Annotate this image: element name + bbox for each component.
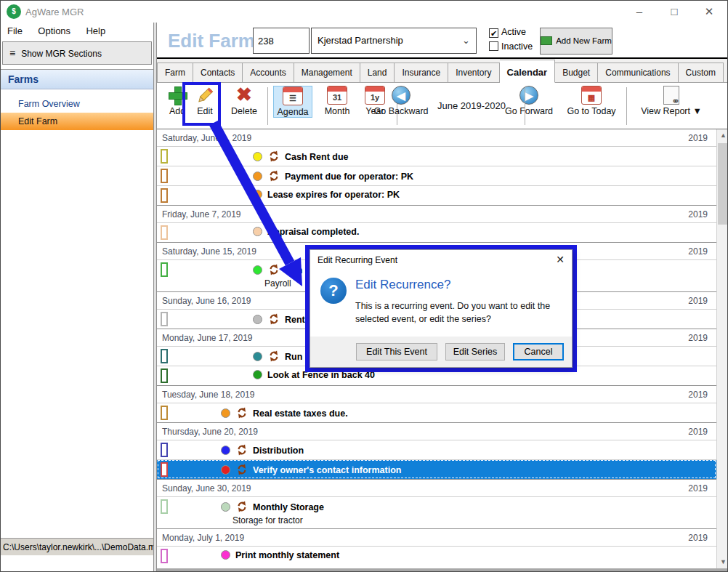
go-backward-label: Go Backward xyxy=(371,106,432,116)
category-bar xyxy=(161,499,168,514)
vertical-scrollbar[interactable]: ▲ ▼ xyxy=(716,129,728,568)
farm-name-value: Kjerstad Partnership xyxy=(318,35,403,46)
event-note: Storage for tractor xyxy=(232,515,303,525)
agenda-event[interactable]: Distribution xyxy=(157,440,716,459)
show-mgr-sections-button[interactable]: ≡Show MGR Sections xyxy=(2,41,152,65)
maximize-button[interactable]: □ xyxy=(662,2,687,21)
agenda-event[interactable]: Cash Rent due xyxy=(157,146,716,166)
category-bar xyxy=(161,149,168,164)
agenda-event[interactable]: Real estate taxes due. xyxy=(157,403,716,422)
agenda-day: Tuesday, June 18, 20192019Real estate ta… xyxy=(157,385,716,422)
edit-this-event-button[interactable]: Edit This Event xyxy=(356,343,437,360)
category-bar xyxy=(161,549,168,563)
event-color-dot xyxy=(221,408,230,418)
category-bar xyxy=(161,462,168,477)
go-forward-button[interactable]: ▶ Go Forward xyxy=(501,86,557,116)
sidebar-item-edit-farm[interactable]: Edit Farm xyxy=(1,113,153,130)
agenda-event[interactable]: Monthly StorageStorage for tractor xyxy=(157,496,716,528)
page-title: Edit Farm xyxy=(168,30,255,52)
inactive-label: Inactive xyxy=(501,41,533,52)
menubar: File Options Help xyxy=(1,23,153,40)
agenda-view-button[interactable]: ☰ Agenda xyxy=(273,86,312,118)
menu-help[interactable]: Help xyxy=(79,23,112,36)
agenda-day: Sunday, June 30, 20192019Monthly Storage… xyxy=(157,479,716,528)
scrollbar-thumb[interactable] xyxy=(718,143,728,225)
dialog-heading: Edit Recurrence? xyxy=(355,278,450,292)
tab-inventory[interactable]: Inventory xyxy=(448,63,499,83)
category-bar xyxy=(161,349,168,363)
event-color-dot xyxy=(221,465,230,475)
event-color-dot xyxy=(253,352,262,361)
today-calendar-icon: ▦ xyxy=(581,86,602,105)
agenda-event[interactable]: Print monthly statement xyxy=(157,546,716,565)
titlebar: $ AgWare MGR – □ ✕ xyxy=(1,1,727,23)
edit-recurring-event-dialog: Edit Recurring Event ✕ ? Edit Recurrence… xyxy=(310,249,573,368)
agenda-event[interactable]: Payment due for operator: PK xyxy=(157,166,716,185)
day-date: Sunday, June 16, 2019 xyxy=(162,296,251,306)
category-bar xyxy=(161,443,168,457)
close-button[interactable]: ✕ xyxy=(697,2,721,21)
menu-file[interactable]: File xyxy=(1,23,29,36)
agenda-event[interactable]: Verify owner's contact information xyxy=(157,459,716,479)
minimize-button[interactable]: – xyxy=(627,2,652,21)
add-new-farm-button[interactable]: Add New Farm xyxy=(540,28,612,55)
agenda-day-header: Thursday, June 20, 20192019 xyxy=(157,423,716,440)
tab-accounts[interactable]: Accounts xyxy=(243,63,294,83)
agenda-day: Thursday, June 20, 20192019DistributionV… xyxy=(157,422,716,479)
scroll-up-icon[interactable]: ▲ xyxy=(717,129,728,142)
agenda-day: Friday, June 7, 20192019Appraisal comple… xyxy=(157,205,716,242)
question-icon: ? xyxy=(320,278,347,304)
edit-series-button[interactable]: Edit Series xyxy=(445,343,505,360)
tab-insurance[interactable]: Insurance xyxy=(395,63,448,83)
farm-id-input[interactable] xyxy=(253,28,310,54)
active-checkbox-row[interactable]: ✔Active xyxy=(489,27,533,41)
inactive-checkbox[interactable] xyxy=(489,41,498,51)
show-mgr-sections-label: Show MGR Sections xyxy=(21,49,102,59)
dialog-body-line2: selected event, or edit the series? xyxy=(355,314,491,324)
category-bar xyxy=(161,225,168,240)
tab-farm[interactable]: Farm xyxy=(157,63,193,83)
agenda-event[interactable]: Appraisal completed. xyxy=(157,222,716,242)
event-title: Distribution xyxy=(253,446,304,456)
month-view-button[interactable]: 31 Month xyxy=(318,86,356,116)
recurrence-icon xyxy=(268,264,280,275)
farm-name-select[interactable]: Kjerstad Partnership ⌄ xyxy=(311,28,477,54)
menu-options[interactable]: Options xyxy=(31,23,77,36)
category-bar xyxy=(161,188,168,203)
tab-calendar[interactable]: Calendar xyxy=(500,60,556,83)
scroll-down-icon[interactable]: ▼ xyxy=(717,556,728,568)
inactive-checkbox-row[interactable]: Inactive xyxy=(489,41,533,56)
go-to-today-button[interactable]: ▦ Go to Today xyxy=(562,86,620,116)
delete-event-button[interactable]: ✖ Delete xyxy=(227,86,262,116)
date-range-label: June 2019-2020 xyxy=(437,100,506,111)
sidebar-item-farm-overview[interactable]: Farm Overview xyxy=(1,95,153,113)
category-bar xyxy=(161,312,168,326)
dialog-close-icon[interactable]: ✕ xyxy=(556,254,565,265)
cancel-button[interactable]: Cancel xyxy=(513,343,564,360)
delete-label: Delete xyxy=(227,106,262,116)
tab-communications[interactable]: Communications xyxy=(598,63,678,83)
dialog-body-line1: This is a recurring event. Do you want t… xyxy=(355,301,550,311)
event-color-dot xyxy=(253,370,262,379)
tab-contacts[interactable]: Contacts xyxy=(193,63,243,83)
app-logo-icon: $ xyxy=(7,4,21,19)
category-bar xyxy=(161,262,168,277)
go-backward-button[interactable]: ◀ Go Backward xyxy=(371,86,432,116)
active-checkbox[interactable]: ✔ xyxy=(489,28,498,38)
view-report-button[interactable]: View Report ▼ xyxy=(636,86,706,116)
edit-button-annotation-box xyxy=(182,82,221,126)
recurrence-icon xyxy=(236,444,248,456)
category-bar xyxy=(161,368,168,383)
agenda-event[interactable]: Lease expires for operator: PK xyxy=(157,185,716,205)
tab-custom[interactable]: Custom xyxy=(679,63,724,83)
event-title: Cash Rent due xyxy=(285,152,349,162)
tab-land[interactable]: Land xyxy=(360,63,395,83)
day-date: Saturday, June 1, 2019 xyxy=(162,133,251,143)
recurrence-icon xyxy=(268,313,280,325)
dialog-body: This is a recurring event. Do you want t… xyxy=(355,299,550,326)
window-title: AgWare MGR xyxy=(25,7,84,17)
event-title: Appraisal completed. xyxy=(267,227,359,237)
tab-budget[interactable]: Budget xyxy=(555,63,598,83)
tab-management[interactable]: Management xyxy=(294,63,360,83)
chevron-down-icon: ⌄ xyxy=(462,28,470,53)
